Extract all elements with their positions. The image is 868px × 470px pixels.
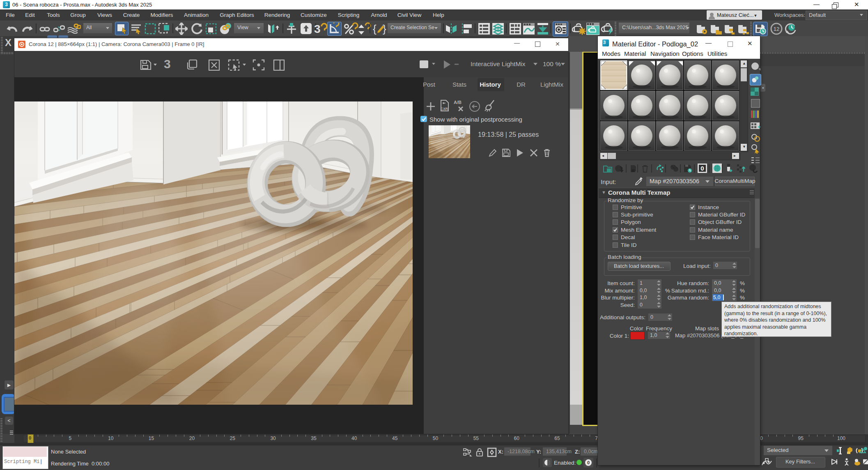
svg-text:0: 0	[587, 460, 590, 465]
svg-text:CXR: CXR	[441, 107, 448, 111]
svg-text:12: 12	[774, 26, 779, 32]
svg-text:0: 0	[700, 165, 704, 172]
svg-text:{: {	[373, 23, 377, 35]
svg-text:3: 3	[314, 23, 321, 35]
svg-text:}: }	[383, 23, 386, 35]
svg-text:A/B: A/B	[454, 100, 462, 105]
